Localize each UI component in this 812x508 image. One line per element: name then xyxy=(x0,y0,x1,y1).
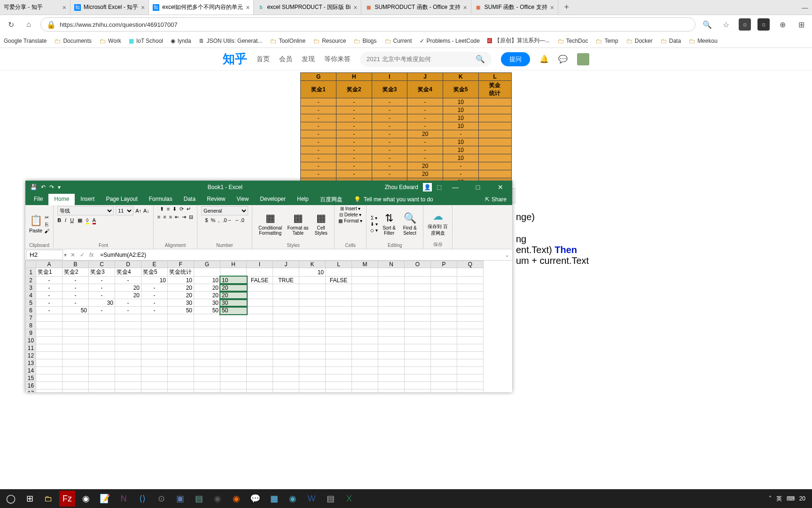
onenote-icon[interactable]: N xyxy=(116,491,132,507)
undo-icon[interactable]: ↶ xyxy=(41,184,46,190)
decrease-decimal-icon[interactable]: ←.0 xyxy=(235,217,244,223)
zhihu-logo[interactable]: 知乎 xyxy=(223,51,247,67)
cell[interactable]: 10 xyxy=(220,277,247,284)
ext1-icon[interactable]: ◻ xyxy=(739,18,751,31)
tab-0[interactable]: 可爱分享 - 知乎 × xyxy=(0,0,70,15)
cell[interactable] xyxy=(431,337,457,344)
cell[interactable] xyxy=(431,307,457,314)
cell[interactable] xyxy=(115,389,141,393)
cell[interactable] xyxy=(299,284,326,292)
nav-vip[interactable]: 会员 xyxy=(279,55,292,64)
bookmark-item[interactable]: ◉lynda xyxy=(171,38,191,44)
cell[interactable]: 20 xyxy=(168,292,194,299)
cell[interactable] xyxy=(457,359,484,367)
cell[interactable] xyxy=(194,329,220,337)
url-box[interactable]: 🔒 xyxy=(40,17,695,32)
system-tray[interactable]: ˄ 英 ⌨ 20 xyxy=(769,495,809,503)
cell[interactable] xyxy=(378,314,405,322)
cell[interactable] xyxy=(168,359,194,367)
cell[interactable] xyxy=(405,277,431,284)
cell[interactable]: 奖金5 xyxy=(141,268,168,277)
cell[interactable] xyxy=(247,299,273,307)
tab-view[interactable]: View xyxy=(231,194,255,205)
cell[interactable]: - xyxy=(36,292,62,299)
cell[interactable] xyxy=(352,299,378,307)
col-header[interactable]: D xyxy=(115,261,141,268)
cell[interactable]: 20 xyxy=(220,284,247,292)
cell[interactable]: 10 xyxy=(141,277,168,284)
sort-filter-button[interactable]: ⇅Sort & Filter xyxy=(380,212,398,236)
cell[interactable] xyxy=(273,322,299,329)
cell[interactable] xyxy=(62,322,89,329)
cell[interactable]: - xyxy=(89,284,115,292)
cell[interactable] xyxy=(115,367,141,374)
zhihu-search[interactable]: 🔍 xyxy=(360,52,492,67)
cell[interactable] xyxy=(378,367,405,374)
cell[interactable] xyxy=(62,329,89,337)
cell[interactable] xyxy=(299,307,326,314)
cell-styles-button[interactable]: ▦Cell Styles xyxy=(312,212,330,236)
cell[interactable]: - xyxy=(115,307,141,314)
cell[interactable] xyxy=(62,374,89,382)
autosum-icon[interactable]: Σ ▾ xyxy=(371,215,377,221)
cell[interactable] xyxy=(168,352,194,359)
cell[interactable] xyxy=(273,337,299,344)
ext2-icon[interactable]: ◻ xyxy=(757,18,770,31)
col-header[interactable]: O xyxy=(405,261,431,268)
cell[interactable] xyxy=(273,382,299,389)
cell[interactable] xyxy=(36,344,62,352)
fill-color-icon[interactable]: ◊ xyxy=(86,217,88,224)
enter-icon[interactable]: ✓ xyxy=(80,252,85,258)
tab-review[interactable]: Review xyxy=(201,194,231,205)
row-header[interactable]: 6 xyxy=(26,307,36,314)
cell[interactable] xyxy=(141,374,168,382)
cell[interactable] xyxy=(326,322,352,329)
paste-button[interactable]: 📋Paste xyxy=(29,214,42,233)
cell[interactable] xyxy=(405,299,431,307)
browser-minimize[interactable]: — xyxy=(802,0,812,15)
cell[interactable] xyxy=(431,314,457,322)
cell[interactable] xyxy=(36,359,62,367)
cell[interactable] xyxy=(457,389,484,393)
cell[interactable]: 30 xyxy=(194,299,220,307)
cell[interactable] xyxy=(405,359,431,367)
cell[interactable]: - xyxy=(36,277,62,284)
cell[interactable] xyxy=(405,337,431,344)
cell[interactable]: - xyxy=(89,277,115,284)
row-header[interactable]: 17 xyxy=(26,389,36,393)
cell[interactable] xyxy=(299,382,326,389)
tab-3[interactable]: b excel SUMPRODUCT - 国际版 Bi × xyxy=(254,0,361,15)
cell[interactable] xyxy=(89,322,115,329)
cell[interactable] xyxy=(299,322,326,329)
start-button[interactable]: ◯ xyxy=(3,491,19,507)
cell[interactable] xyxy=(457,367,484,374)
font-color-icon[interactable]: A xyxy=(93,217,96,224)
formula-input[interactable] xyxy=(97,251,502,259)
tab-5[interactable]: ▦ SUMIF 函数 - Office 支持 × xyxy=(471,0,558,15)
cell[interactable] xyxy=(352,314,378,322)
cell[interactable] xyxy=(141,322,168,329)
cell[interactable] xyxy=(378,292,405,299)
cell[interactable] xyxy=(194,314,220,322)
cell[interactable]: - xyxy=(115,277,141,284)
cell[interactable] xyxy=(457,284,484,292)
cell[interactable] xyxy=(194,382,220,389)
cell[interactable] xyxy=(378,337,405,344)
cell[interactable]: - xyxy=(141,284,168,292)
cell[interactable] xyxy=(431,352,457,359)
cell[interactable] xyxy=(141,344,168,352)
cell[interactable] xyxy=(273,374,299,382)
col-header[interactable]: N xyxy=(378,261,405,268)
cell[interactable] xyxy=(378,277,405,284)
row-header[interactable]: 9 xyxy=(26,329,36,337)
cell[interactable] xyxy=(352,284,378,292)
row-header[interactable]: 7 xyxy=(26,314,36,322)
cell[interactable] xyxy=(326,329,352,337)
new-tab-button[interactable]: + xyxy=(558,0,575,15)
cell[interactable] xyxy=(299,299,326,307)
cell[interactable] xyxy=(89,367,115,374)
cell[interactable] xyxy=(194,337,220,344)
cell[interactable] xyxy=(168,367,194,374)
keyboard-icon[interactable]: ⌨ xyxy=(787,495,795,502)
app-icon[interactable]: ▦ xyxy=(266,491,282,507)
